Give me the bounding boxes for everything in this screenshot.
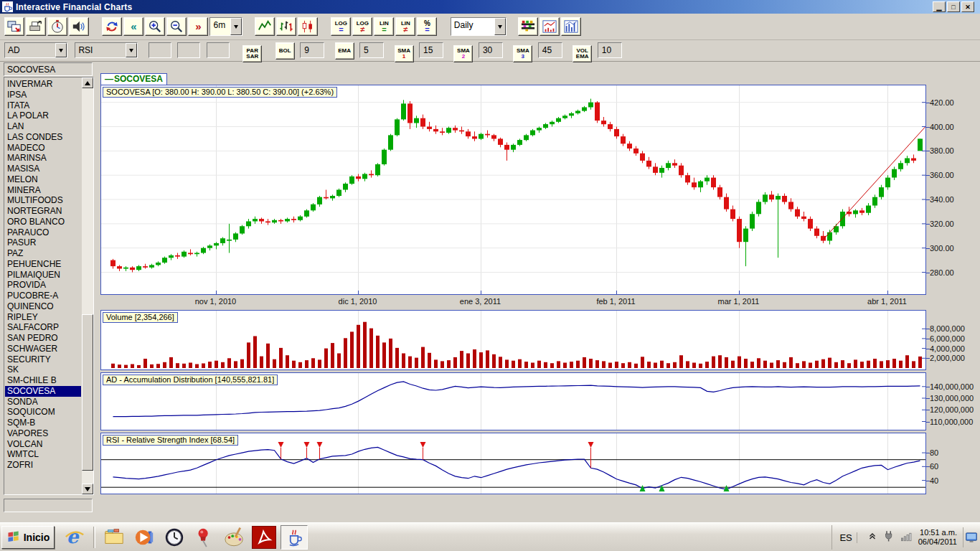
parabolic-sar-button[interactable]: PARSAR xyxy=(242,45,262,62)
stock-list-item[interactable]: INVERMAR xyxy=(5,79,81,90)
log-compare-button[interactable]: LOG≠ xyxy=(352,17,372,36)
sma3-period-field[interactable]: 45 xyxy=(538,42,562,58)
stock-list-item[interactable]: MASISA xyxy=(5,164,81,174)
ohlc-chart-button[interactable] xyxy=(276,17,296,36)
lin-compare-button[interactable]: LIN≠ xyxy=(395,17,415,36)
zoom-in-button[interactable] xyxy=(145,17,165,36)
bollinger-period-field[interactable]: 9 xyxy=(300,42,324,58)
print-button[interactable] xyxy=(26,17,46,36)
interval-dropdown[interactable]: Daily xyxy=(451,17,507,36)
stock-list-item[interactable]: MINERA xyxy=(5,185,81,196)
stock-list-item[interactable]: PROVIDA xyxy=(5,280,81,291)
line-chart-button[interactable] xyxy=(255,17,275,36)
refresh-button[interactable] xyxy=(102,17,122,36)
sound-button[interactable] xyxy=(69,17,89,36)
stock-list-item[interactable]: SOQUICOM xyxy=(5,407,81,418)
pushpin-icon[interactable] xyxy=(192,525,217,550)
timer-button[interactable] xyxy=(47,17,67,36)
stock-list-scrollbar[interactable] xyxy=(82,77,93,494)
stock-list-item[interactable]: NORTEGRAN xyxy=(5,206,81,217)
stock-list-item[interactable]: MELON xyxy=(5,174,81,185)
stock-list-item[interactable]: VAPORES xyxy=(5,428,81,439)
candlestick-button[interactable] xyxy=(298,17,318,36)
stock-list-item[interactable]: SM-CHILE B xyxy=(5,375,81,386)
price-chart-panel[interactable]: SOCOVESA [O: 380.00 H: 390.00 L: 380.50 … xyxy=(100,85,926,295)
ad-panel[interactable]: AD - Accumulation Distribution [140,555,… xyxy=(100,372,926,430)
rsi-panel[interactable]: RSI - Relative Strength Index [68.54] xyxy=(100,433,926,494)
sma1-button[interactable]: SMA1 xyxy=(395,45,414,62)
volume-ema-period-field[interactable]: 10 xyxy=(598,42,622,58)
volume-panel[interactable]: Volume [2,354,266] xyxy=(100,310,926,370)
stock-list-item[interactable]: IPSA xyxy=(5,90,81,100)
export-chart-button[interactable] xyxy=(4,17,24,36)
zoom-out-button[interactable] xyxy=(166,17,187,36)
java-icon[interactable] xyxy=(281,525,308,550)
stock-list-item[interactable]: SOCOVESA xyxy=(5,386,81,397)
stock-list-item[interactable]: MADECO xyxy=(5,143,81,154)
stock-list-item[interactable]: LAN xyxy=(5,121,81,132)
acrobat-icon[interactable] xyxy=(252,526,276,549)
close-button[interactable]: ✕ xyxy=(961,1,974,12)
stock-list-item[interactable]: ZOFRI xyxy=(5,460,81,471)
sma3-button[interactable]: SMA3 xyxy=(513,45,532,62)
sma2-button[interactable]: SMA2 xyxy=(453,45,473,62)
clock-display[interactable]: 10:51 a.m. 06/04/2011 xyxy=(918,528,957,547)
chevron-down-icon[interactable] xyxy=(126,43,137,57)
chart-window-button[interactable] xyxy=(540,17,560,36)
stock-list-item[interactable]: SK xyxy=(5,364,81,375)
stock-list-item[interactable]: QUINENCO xyxy=(5,301,81,312)
lin-scale-button[interactable]: LIN= xyxy=(374,17,394,36)
scroll-down-button[interactable] xyxy=(82,484,93,494)
indicator-window-button[interactable] xyxy=(561,17,581,36)
chevron-up-icon[interactable] xyxy=(867,531,877,544)
percent-scale-button[interactable]: %= xyxy=(417,17,437,36)
panel1-indicator-dropdown[interactable]: AD xyxy=(4,42,67,58)
clock-icon[interactable] xyxy=(161,525,187,550)
stock-list-item[interactable]: PUCOBRE-A xyxy=(5,291,81,301)
stock-list-item[interactable]: MULTIFOODS xyxy=(5,195,81,206)
sma1-period-field[interactable]: 15 xyxy=(419,42,443,58)
scroll-forward-button[interactable]: » xyxy=(188,17,208,36)
chevron-down-icon[interactable] xyxy=(55,43,67,57)
stock-list-item[interactable]: WMTCL xyxy=(5,449,81,460)
stock-list-item[interactable]: PILMAIQUEN xyxy=(5,270,81,281)
media-player-icon[interactable] xyxy=(131,525,157,550)
indicator-slot-2[interactable] xyxy=(177,42,200,58)
chevron-down-icon[interactable] xyxy=(494,18,506,35)
stock-list-item[interactable]: PARAUCO xyxy=(5,227,81,238)
signal-strength-icon[interactable] xyxy=(900,529,913,545)
stock-list-item[interactable]: SCHWAGER xyxy=(5,344,81,354)
stock-list-item[interactable]: LAS CONDES xyxy=(5,132,81,143)
stock-list-item[interactable]: ORO BLANCO xyxy=(5,217,81,227)
scrollbar-thumb[interactable] xyxy=(82,314,93,471)
sma2-period-field[interactable]: 30 xyxy=(479,42,503,58)
bollinger-button[interactable]: BOL xyxy=(275,42,295,60)
indicator-slot-3[interactable] xyxy=(207,42,230,58)
period-dropdown[interactable]: 6m xyxy=(209,17,242,36)
minimize-button[interactable]: ▁ xyxy=(933,1,946,12)
stock-list-item[interactable]: PAZ xyxy=(5,248,81,259)
start-button[interactable]: Inicio xyxy=(1,526,55,549)
scroll-back-button[interactable]: « xyxy=(123,17,143,36)
stock-list-item[interactable]: SONDA xyxy=(5,397,81,408)
stock-list-item[interactable]: MARINSA xyxy=(5,153,81,164)
ema-period-field[interactable]: 5 xyxy=(359,42,384,58)
stock-list-item[interactable]: ITATA xyxy=(5,100,81,111)
maximize-button[interactable]: □ xyxy=(947,1,960,12)
windows-explorer-icon[interactable] xyxy=(101,525,127,550)
stock-list-item[interactable]: PEHUENCHE xyxy=(5,259,81,270)
stock-list[interactable]: INVERMARIPSAITATALA POLARLANLAS CONDESMA… xyxy=(4,77,94,495)
plug-icon[interactable] xyxy=(882,529,895,545)
ema-button[interactable]: EMA xyxy=(335,42,354,60)
stock-list-item[interactable]: PASUR xyxy=(5,237,81,248)
stock-list-item[interactable]: SALFACORP xyxy=(5,322,81,333)
quote-board-button[interactable] xyxy=(518,17,538,36)
panel2-indicator-dropdown[interactable]: RSI xyxy=(75,42,138,58)
log-scale-button[interactable]: LOG= xyxy=(331,17,351,36)
command-input[interactable] xyxy=(4,499,93,512)
language-indicator[interactable]: ES xyxy=(839,532,857,543)
symbol-input[interactable] xyxy=(4,62,93,76)
chevron-down-icon[interactable] xyxy=(230,18,242,35)
volume-ema-button[interactable]: VOLEMA xyxy=(573,45,592,62)
internet-explorer-icon[interactable]: e xyxy=(62,525,88,550)
